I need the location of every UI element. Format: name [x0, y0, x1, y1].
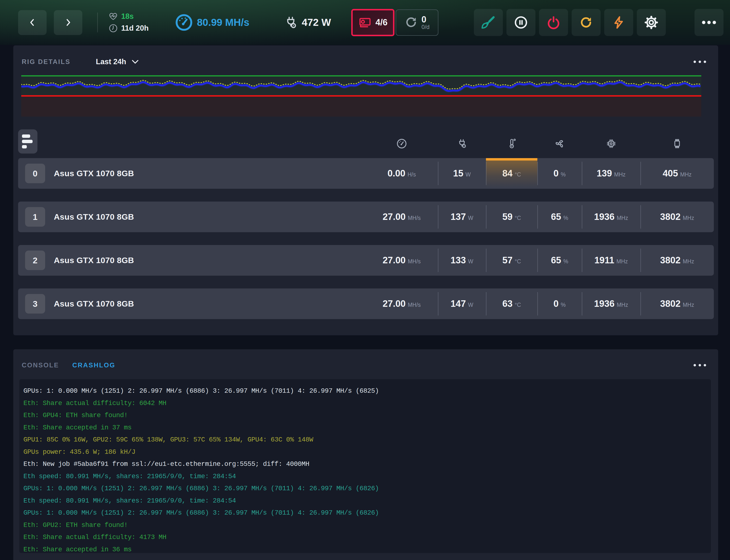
console-line: Eth: GPU2: ETH share found!: [23, 519, 711, 532]
gpu-core-cell: 1936 MHz: [582, 202, 640, 232]
console-line: Eth: Share accepted in 36 ms: [23, 544, 711, 553]
chevron-left-icon: [28, 17, 37, 28]
nav-back-button[interactable]: [18, 10, 47, 35]
gpu-hashrate-value: 27.00: [383, 299, 406, 309]
gpu-hashrate-cell: 0.00 H/s: [365, 158, 438, 189]
total-power-value: 472 W: [302, 17, 331, 28]
gpu-fan-unit: %: [563, 256, 568, 265]
rig-details-header: RIG DETAILS Last 24h: [13, 45, 718, 70]
console-output[interactable]: GPUs: 1: 0.000 MH/s (1251) 2: 26.997 MH/…: [19, 379, 711, 553]
gpu-fan-value: 65: [551, 255, 561, 266]
pause-icon: [514, 15, 528, 29]
gpu-hashrate-value: 27.00: [383, 212, 406, 222]
console-header: CONSOLE CRASHLOG: [13, 349, 718, 370]
gpu-index-badge: 2: [25, 251, 45, 270]
gpu-temp-cell: 59 °C: [486, 202, 537, 232]
gpu-core-cell: 139 MHz: [582, 158, 640, 189]
gpu-mem-cell: 405 MHz: [640, 158, 714, 189]
gpu-temp-cell: 84 °C: [486, 158, 537, 189]
gpu-power-cell: 147 W: [438, 288, 486, 319]
uptime-value: 11d 20h: [121, 24, 149, 33]
gpu-row[interactable]: 0 Asus GTX 1070 8GB 0.00 H/s 15 W 84 °C …: [18, 158, 714, 189]
gpu-power-cell: 133 W: [438, 245, 486, 276]
heartbeat-icon: [108, 12, 118, 21]
gpu-core-value: 1936: [594, 212, 615, 222]
gpu-hashrate-cell: 27.00 MH/s: [365, 245, 438, 276]
gpu-fan-cell: 65 %: [537, 202, 582, 232]
gpu-power-value: 133: [450, 255, 466, 266]
gpu-mem-unit: MHz: [680, 169, 692, 178]
chevron-down-icon: [132, 59, 139, 64]
more-actions-button[interactable]: [695, 9, 723, 36]
gpu-name-cell: 2 Asus GTX 1070 8GB: [18, 245, 365, 276]
gpu-hashrate-unit: MH/s: [408, 212, 421, 221]
gpu-fan-value: 0: [554, 168, 559, 179]
nav-forward-button[interactable]: [54, 10, 82, 35]
console-line: Eth: GPU4: ETH share found!: [23, 409, 711, 422]
gpu-core-unit: MHz: [617, 212, 628, 221]
gpu-row[interactable]: 2 Asus GTX 1070 8GB 27.00 MH/s 133 W 57 …: [18, 245, 714, 276]
gpu-power-unit: W: [468, 256, 473, 265]
gpu-mem-unit: MHz: [683, 212, 694, 221]
gpu-list-sort-button[interactable]: [18, 129, 37, 154]
gpu-power-cell: 137 W: [438, 202, 486, 232]
gpu-name-cell: 1 Asus GTX 1070 8GB: [18, 202, 365, 232]
gpu-core-value: 1911: [594, 255, 614, 266]
total-hashrate-value: 80.99 MH/s: [197, 17, 249, 28]
gpu-core-value: 1936: [594, 299, 615, 309]
gpu-fan-unit: %: [563, 212, 568, 221]
clock-icon: [108, 23, 118, 33]
time-range-select[interactable]: Last 24h: [96, 57, 139, 66]
console-line: Eth speed: 80.991 MH/s, shares: 21965/9/…: [23, 495, 711, 507]
gpu-hashrate-value: 0.00: [387, 168, 405, 179]
overclock-button[interactable]: [604, 9, 633, 36]
console-line: Eth: Share accepted in 37 ms: [23, 422, 711, 434]
uptime-status: 11d 20h: [108, 23, 149, 33]
reboots-per-day-value: 0/d: [421, 24, 429, 30]
rig-metrics-chart[interactable]: [21, 75, 711, 117]
pause-miner-button[interactable]: [506, 9, 535, 36]
gpu-mem-value: 3802: [660, 212, 681, 222]
panel-title: RIG DETAILS: [22, 58, 70, 66]
gpu-core-cell: 1936 MHz: [582, 288, 640, 319]
gpu-temp-unit: °C: [515, 212, 521, 221]
settings-button[interactable]: [637, 9, 666, 36]
gpu-row[interactable]: 3 Asus GTX 1070 8GB 27.00 MH/s 147 W 63 …: [18, 288, 714, 319]
fan-column-icon: [537, 134, 582, 149]
gpu-hashrate-unit: MH/s: [408, 299, 421, 308]
gpu-mem-value: 3802: [660, 299, 681, 309]
gpu-hashrate-unit: MH/s: [408, 256, 421, 265]
time-range-value: Last 24h: [96, 57, 126, 66]
topbar: 18s 11d 20h 80.99 MH/s: [0, 0, 730, 45]
refresh-icon: [405, 16, 418, 29]
console-line: Eth: Share actual difficulty: 4173 MH: [23, 531, 711, 544]
gpus-online-indicator[interactable]: 4/6: [351, 9, 394, 36]
watchdog-value: 18s: [121, 12, 134, 21]
gpu-power-unit: W: [468, 299, 473, 308]
gpu-hashrate-unit: H/s: [407, 169, 416, 178]
shutdown-button[interactable]: [539, 9, 568, 36]
console-menu-button[interactable]: [691, 362, 709, 369]
gpu-name: Asus GTX 1070 8GB: [54, 169, 134, 178]
tab-console[interactable]: CONSOLE: [22, 362, 59, 369]
gpus-online-value: 4/6: [375, 17, 387, 28]
maintenance-button[interactable]: [474, 9, 503, 36]
console-line: GPU1: 85C 0% 16W, GPU2: 59C 65% 138W, GP…: [23, 434, 711, 446]
gpu-mem-cell: 3802 MHz: [640, 202, 714, 232]
gpu-index-badge: 1: [25, 207, 45, 227]
gpu-temp-value: 57: [502, 255, 512, 266]
rig-status-stack: 18s 11d 20h: [108, 12, 149, 33]
gpu-core-cell: 1911 MHz: [582, 245, 640, 276]
gpu-fan-cell: 0 %: [537, 158, 582, 189]
chevron-right-icon: [63, 17, 73, 28]
reboot-button[interactable]: [572, 9, 601, 36]
rig-panel-menu-button[interactable]: [691, 58, 709, 65]
gpu-power-value: 137: [450, 212, 466, 222]
topbar-divider: [97, 13, 98, 32]
gpu-core-unit: MHz: [614, 169, 625, 178]
reboot-counter[interactable]: 0 0/d: [396, 9, 438, 36]
gpu-row[interactable]: 1 Asus GTX 1070 8GB 27.00 MH/s 137 W 59 …: [18, 202, 714, 232]
tab-crashlog[interactable]: CRASHLOG: [72, 362, 116, 369]
power-column-icon: [438, 134, 486, 149]
gpu-power-cell: 15 W: [438, 158, 486, 189]
